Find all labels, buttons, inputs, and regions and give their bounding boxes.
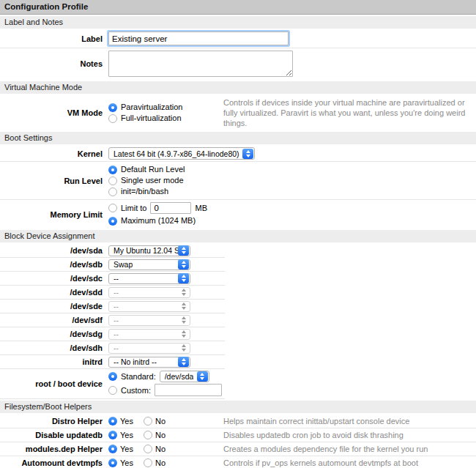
device-label: /dev/sdf (0, 316, 108, 324)
radio-full-virtualization[interactable] (108, 114, 117, 123)
device-select-sdh[interactable]: -- (108, 343, 190, 354)
stepper-icon (178, 343, 189, 353)
select-value: -- (114, 274, 119, 283)
run-level-row: Run Level Default Run Level Single user … (0, 162, 476, 200)
device-label: /dev/sdh (0, 343, 108, 352)
helper-help-text: Controls if pv_ops kernels automount dev… (223, 458, 418, 468)
select-value: /dev/sda (165, 372, 194, 381)
kernel-select-value: Latest 64 bit (4.9.7-x86_64-linode80) (114, 149, 239, 158)
radio-no[interactable] (144, 431, 152, 439)
device-select-sde[interactable]: -- (108, 301, 190, 312)
helper-help-text: Helps maintain correct inittab/upstart c… (223, 416, 409, 426)
radio-no[interactable] (144, 458, 152, 467)
radio-yes[interactable] (108, 458, 117, 467)
kernel-row: Kernel Latest 64 bit (4.9.7-x86_64-linod… (0, 146, 476, 162)
device-row-sdd: /dev/sdd -- (0, 286, 225, 300)
custom-device-input[interactable] (155, 384, 222, 396)
vm-mode-help-text: Controls if devices inside your virtual … (223, 97, 476, 128)
vm-mode-options: Paravirtualization Full-virtualization (108, 102, 223, 124)
run-level-options: Default Run Level Single user mode init=… (108, 164, 223, 197)
device-row-sdg: /dev/sdg -- (0, 327, 225, 341)
radio-single-user-mode[interactable] (108, 177, 117, 185)
no-label: No (155, 445, 166, 453)
radio-paravirtualization[interactable] (108, 103, 117, 112)
option-label: Single user mode (121, 175, 184, 186)
helper-row-disable-updatedb: Disable updatedb Yes No Disables updated… (0, 428, 476, 442)
block-device-table: /dev/sda My Ubuntu 12.04 Server /dev/sdb… (0, 244, 225, 399)
yes-label: Yes (120, 458, 133, 467)
run-level-option-default[interactable]: Default Run Level (108, 164, 223, 175)
stepper-icon (178, 301, 189, 311)
section-virtual-machine-mode: Virtual Machine Mode (0, 81, 476, 94)
device-select-sdb[interactable]: Swap (108, 259, 190, 270)
device-select-sdf[interactable]: -- (108, 315, 190, 326)
radio-custom[interactable] (108, 386, 117, 395)
memory-option-limit[interactable]: Limit to MB (108, 202, 207, 214)
radio-default-run-level[interactable] (108, 166, 117, 174)
device-row-initrd: initrd -- No initrd -- (0, 355, 225, 369)
section-filesystem-boot-helpers: Filesystem/Boot Helpers (0, 401, 476, 413)
select-value: -- No initrd -- (114, 357, 157, 366)
device-select-sdg[interactable]: -- (108, 329, 190, 340)
section-boot-settings: Boot Settings (0, 132, 476, 144)
notes-field-label: Notes (0, 59, 108, 68)
memory-limit-input[interactable] (150, 202, 191, 214)
device-label: /dev/sdd (0, 288, 108, 297)
no-label: No (155, 417, 166, 426)
radio-no[interactable] (144, 417, 152, 426)
section-label-and-notes: Label and Notes (0, 16, 476, 29)
device-row-sdh: /dev/sdh -- (0, 341, 225, 355)
helper-yes-no: Yes No (108, 458, 223, 467)
yes-label: Yes (120, 431, 133, 439)
notes-textarea[interactable] (108, 51, 293, 77)
device-label: /dev/sdb (0, 260, 108, 269)
vm-mode-option-paravirtualization[interactable]: Paravirtualization (108, 102, 223, 113)
stepper-icon (178, 315, 189, 325)
helper-help-text: Disables updatedb cron job to avoid disk… (223, 430, 404, 440)
no-label: No (155, 431, 166, 439)
select-value: -- (114, 288, 119, 297)
memory-option-maximum[interactable]: Maximum (1024 MB) (108, 215, 207, 226)
page-title: Configuration Profile (0, 0, 476, 15)
radio-init-bash[interactable] (108, 187, 117, 196)
radio-yes[interactable] (108, 445, 117, 453)
run-level-option-init-bash[interactable]: init=/bin/bash (108, 186, 223, 197)
device-select-sdd[interactable]: -- (108, 287, 190, 298)
kernel-label: Kernel (0, 149, 108, 158)
option-label: Paravirtualization (121, 102, 182, 113)
radio-yes[interactable] (108, 417, 117, 426)
kernel-select[interactable]: Latest 64 bit (4.9.7-x86_64-linode80) (108, 147, 255, 160)
select-value: -- (114, 330, 119, 338)
radio-limit-to[interactable] (108, 204, 117, 212)
maximum-label: Maximum (1024 MB) (121, 215, 196, 226)
device-label: /dev/sda (0, 246, 108, 255)
device-select-sda[interactable]: My Ubuntu 12.04 Server (108, 245, 190, 256)
helper-row-automount-devtmpfs: Automount devtmpfs Yes No Controls if pv… (0, 456, 476, 468)
helper-yes-no: Yes No (108, 431, 223, 439)
device-label: /dev/sde (0, 302, 108, 311)
root-boot-device-row: root / boot device Standard: /dev/sda Cu… (0, 369, 225, 399)
select-value: My Ubuntu 12.04 Server (114, 246, 178, 255)
device-label: initrd (0, 357, 108, 366)
radio-no[interactable] (144, 445, 152, 453)
device-select-sdc[interactable]: -- (108, 273, 190, 284)
select-value: -- (114, 343, 119, 352)
helper-label: Disable updatedb (0, 431, 108, 439)
device-label: /dev/sdc (0, 274, 108, 283)
label-input[interactable] (108, 31, 289, 45)
vm-mode-option-full-virtualization[interactable]: Full-virtualization (108, 113, 223, 124)
stepper-icon (178, 245, 189, 256)
run-level-option-single-user[interactable]: Single user mode (108, 175, 223, 186)
root-option-custom[interactable]: Custom: (108, 384, 222, 396)
memory-unit-label: MB (195, 203, 207, 214)
root-option-standard[interactable]: Standard: /dev/sda (108, 371, 222, 382)
device-row-sdb: /dev/sdb Swap (0, 258, 225, 272)
yes-label: Yes (120, 417, 133, 426)
standard-device-select[interactable]: /dev/sda (160, 371, 209, 382)
radio-yes[interactable] (108, 431, 117, 439)
radio-standard[interactable] (108, 372, 117, 381)
helper-help-text: Creates a modules dependency file for th… (223, 444, 428, 454)
radio-maximum[interactable] (108, 217, 117, 226)
initrd-select[interactable]: -- No initrd -- (108, 357, 190, 368)
label-row: Label (0, 30, 476, 48)
